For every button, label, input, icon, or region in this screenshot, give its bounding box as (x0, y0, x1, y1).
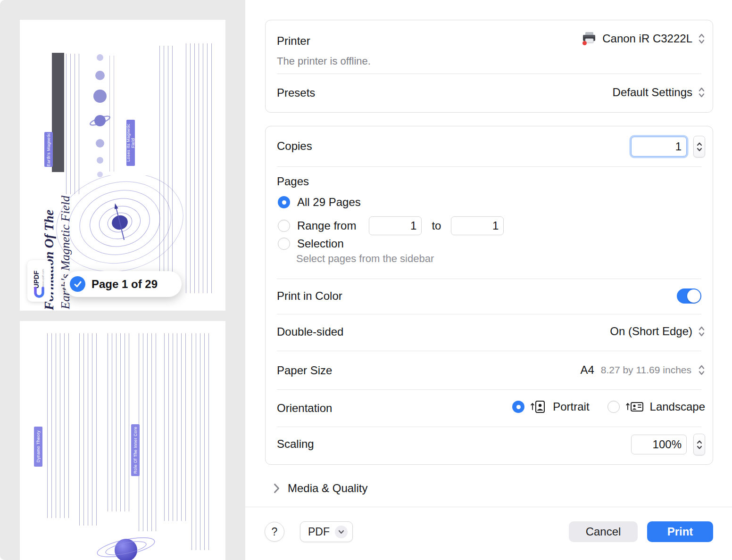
planet-core-diagram (86, 518, 166, 560)
footer-divider (245, 507, 732, 507)
chevron-up-icon (697, 440, 702, 444)
copies-control (631, 136, 705, 157)
portrait-icon (530, 400, 547, 414)
updf-site-text: www.updf.com (42, 266, 44, 288)
printer-status: The printer is offline. (277, 55, 371, 67)
chevron-down-icon (335, 526, 348, 538)
printer-icon (582, 32, 597, 46)
presets-value: Default Settings (613, 86, 692, 99)
thumbnail-text-lines (108, 333, 132, 511)
thumbnail-highlight-chip: Role Of The Inner Core (131, 424, 140, 476)
thumbnail-text-lines (186, 43, 212, 293)
cancel-button[interactable]: Cancel (569, 521, 638, 542)
media-quality-disclosure[interactable]: Media & Quality (274, 482, 367, 495)
pdf-label: PDF (308, 526, 330, 538)
print-in-color-toggle[interactable] (677, 288, 701, 304)
copies-stepper[interactable] (693, 136, 705, 157)
presets-select[interactable]: Default Settings (613, 85, 705, 99)
thumbnail-text-lines (164, 333, 186, 521)
double-sided-select[interactable]: On (Short Edge) (610, 324, 705, 338)
pages-label: Pages (277, 175, 309, 188)
selection-hint: Select pages from the sidebar (296, 253, 434, 265)
radio-unselected-icon[interactable] (278, 220, 290, 232)
updf-logo-text: UPDF (33, 264, 40, 288)
radio-unselected-icon[interactable] (607, 401, 620, 413)
chevron-updown-icon (698, 32, 705, 46)
pages-to-label: to (432, 219, 441, 232)
thumbnail-highlight-chip: Earth's Magnetic (44, 132, 53, 167)
radio-selected-icon[interactable] (278, 196, 290, 208)
divider (277, 427, 701, 427)
copies-label: Copies (277, 140, 312, 153)
printer-select[interactable]: Canon iR C3222L (582, 32, 705, 46)
page-preview-sidebar: Earth's Magnetic Loses Its Magnetic Fiel… (0, 0, 245, 560)
thumbnail-highlight-chip: Dynamo Theory (34, 427, 42, 467)
page-count-label: Page 1 of 29 (92, 278, 158, 291)
updf-watermark: UPDF www.updf.com (27, 260, 51, 302)
orientation-label: Orientation (277, 402, 332, 415)
divider (277, 389, 701, 390)
pages-selection-option[interactable]: Selection (278, 237, 344, 250)
scaling-label: Scaling (277, 437, 314, 451)
portrait-label: Portrait (553, 400, 589, 413)
radio-selected-icon[interactable] (512, 401, 524, 413)
printer-label: Printer (277, 34, 310, 48)
highlighted-text-block (52, 53, 64, 172)
page-count-badge: Page 1 of 29 (65, 271, 182, 297)
pages-all-label: All 29 Pages (297, 196, 361, 209)
paper-size-value: A4 (580, 363, 594, 377)
print-button[interactable]: Print (647, 521, 713, 542)
check-icon (70, 276, 85, 292)
media-quality-label: Media & Quality (288, 482, 367, 495)
pages-range-option[interactable]: Range from to (278, 216, 504, 235)
divider (277, 314, 701, 314)
paper-size-detail: 8.27 by 11.69 inches (601, 364, 691, 376)
pages-range-label: Range from (297, 219, 356, 232)
scaling-input[interactable] (631, 435, 687, 454)
chevron-updown-icon (698, 85, 705, 99)
thumbnail-text-lines (159, 46, 174, 293)
thumbnail-highlight-chip: Loses Its Magnetic Field (126, 120, 135, 166)
chevron-down-icon (697, 445, 702, 450)
paper-size-select[interactable]: A4 8.27 by 11.69 inches (580, 363, 705, 377)
divider (277, 279, 701, 279)
print-in-color-label: Print in Color (277, 289, 342, 303)
updf-logo-icon (33, 287, 45, 299)
help-button[interactable]: ? (265, 522, 284, 542)
chevron-updown-icon (698, 363, 705, 377)
divider (277, 351, 701, 351)
landscape-icon (625, 400, 644, 414)
thumbnail-text-lines (191, 333, 211, 550)
range-from-input[interactable] (369, 216, 422, 235)
printer-presets-card: Printer Canon iR C3222L The printer is o… (265, 20, 713, 113)
page-thumbnail-2[interactable]: Dynamo Theory Role Of The Inner Core (20, 321, 225, 560)
chevron-right-icon (274, 483, 280, 494)
printer-value: Canon iR C3222L (602, 32, 692, 45)
chevron-down-icon (697, 148, 702, 152)
pages-all-option[interactable]: All 29 Pages (278, 196, 361, 209)
thumbnail-text-lines (79, 333, 99, 526)
paper-size-label: Paper Size (277, 364, 332, 377)
range-to-input[interactable] (451, 216, 504, 235)
chevron-updown-icon (698, 324, 705, 338)
print-dialog-panel: Printer Canon iR C3222L The printer is o… (245, 0, 732, 560)
landscape-label: Landscape (650, 400, 705, 413)
thumbnail-text-lines (66, 54, 79, 194)
double-sided-label: Double-sided (277, 325, 343, 338)
radio-unselected-icon[interactable] (278, 238, 290, 250)
page-thumbnail-1[interactable]: Earth's Magnetic Loses Its Magnetic Fiel… (20, 20, 225, 311)
scaling-control (631, 434, 705, 455)
chevron-up-icon (697, 142, 702, 146)
divider (277, 74, 701, 74)
toggle-knob (687, 289, 700, 303)
presets-label: Presets (277, 86, 315, 99)
pdf-dropdown-button[interactable]: PDF (300, 521, 353, 542)
orientation-portrait-option[interactable]: Portrait (512, 400, 589, 414)
copies-input[interactable] (631, 137, 687, 156)
orientation-landscape-option[interactable]: Landscape (607, 400, 705, 414)
scaling-stepper[interactable] (693, 434, 705, 455)
help-label: ? (272, 526, 278, 538)
pages-selection-label: Selection (297, 237, 344, 250)
thumbnail-text-lines (109, 56, 114, 172)
double-sided-value: On (Short Edge) (610, 325, 692, 338)
